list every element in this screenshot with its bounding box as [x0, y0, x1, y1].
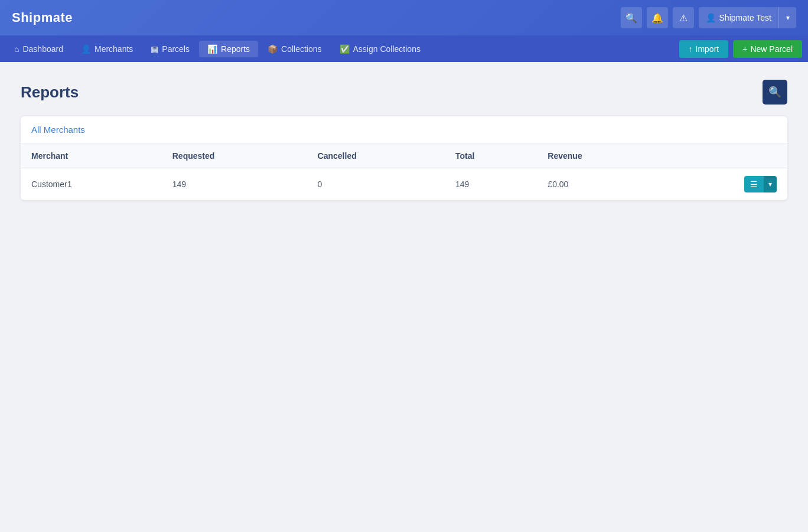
cell-revenue: £0.00 — [537, 168, 664, 201]
nav-actions: ↑ Import + New Parcel — [679, 40, 802, 58]
reports-icon: 📊 — [207, 44, 217, 54]
card-header: All Merchants — [21, 116, 787, 144]
search-icon-button[interactable]: 🔍 — [621, 7, 642, 28]
row-actions-dropdown-button[interactable]: ▾ — [764, 176, 777, 192]
nav-links: ⌂ Dashboard 👤 Merchants ▦ Parcels 📊 Repo… — [6, 41, 429, 57]
row-actions-button[interactable]: ☰ — [744, 176, 764, 192]
table-row: Customer1 149 0 149 £0.00 ☰ ▾ — [21, 168, 787, 201]
table-body: Customer1 149 0 149 £0.00 ☰ ▾ — [21, 168, 787, 201]
brand-title: Shipmate — [12, 10, 73, 25]
parcels-icon: ▦ — [151, 44, 158, 54]
nav-label-dashboard: Dashboard — [22, 44, 63, 54]
nav-link-parcels[interactable]: ▦ Parcels — [142, 41, 198, 57]
list-icon: ☰ — [750, 179, 758, 189]
import-button[interactable]: ↑ Import — [679, 40, 729, 58]
collections-icon: 📦 — [268, 44, 278, 54]
cell-total: 149 — [445, 168, 537, 201]
search-icon: 🔍 — [625, 12, 637, 24]
cell-row-actions: ☰ ▾ — [664, 168, 787, 201]
nav-link-dashboard[interactable]: ⌂ Dashboard — [6, 41, 71, 57]
nav-bar: ⌂ Dashboard 👤 Merchants ▦ Parcels 📊 Repo… — [0, 35, 808, 62]
nav-label-parcels: Parcels — [162, 44, 190, 54]
new-parcel-button[interactable]: + New Parcel — [733, 40, 802, 58]
nav-label-assign-collections: Assign Collections — [353, 44, 421, 54]
col-requested: Requested — [162, 144, 307, 168]
import-icon: ↑ — [689, 44, 693, 54]
nav-link-collections[interactable]: 📦 Collections — [259, 41, 330, 57]
table-head: Merchant Requested Cancelled Total Reven… — [21, 144, 787, 168]
nav-link-merchants[interactable]: 👤 Merchants — [73, 41, 141, 57]
header-actions: 🔍 🔔 ⚠ 👤 Shipmate Test ▾ — [621, 7, 796, 28]
chevron-down-icon: ▾ — [786, 14, 790, 22]
table-header-row: Merchant Requested Cancelled Total Reven… — [21, 144, 787, 168]
main-content: Reports 🔍 All Merchants Merchant Request… — [0, 62, 808, 218]
user-icon: 👤 — [706, 13, 716, 22]
col-cancelled: Cancelled — [307, 144, 445, 168]
col-merchant: Merchant — [21, 144, 162, 168]
row-actions-group: ☰ ▾ — [744, 176, 777, 192]
cell-merchant: Customer1 — [21, 168, 162, 201]
assign-collections-icon: ✅ — [340, 44, 350, 54]
new-parcel-label: New Parcel — [750, 44, 793, 54]
new-parcel-plus-icon: + — [742, 44, 747, 54]
page-header: Reports 🔍 — [21, 80, 787, 105]
user-menu-button[interactable]: 👤 Shipmate Test — [699, 7, 778, 28]
merchants-icon: 👤 — [81, 44, 91, 54]
top-header: Shipmate 🔍 🔔 ⚠ 👤 Shipmate Test ▾ — [0, 0, 808, 35]
cell-cancelled: 0 — [307, 168, 445, 201]
import-label: Import — [696, 44, 719, 54]
notification-icon: 🔔 — [651, 12, 663, 24]
col-actions — [664, 144, 787, 168]
user-menu-group: 👤 Shipmate Test ▾ — [699, 7, 796, 28]
nav-label-reports: Reports — [221, 44, 250, 54]
notification-button[interactable]: 🔔 — [647, 7, 668, 28]
nav-label-collections: Collections — [281, 44, 321, 54]
user-dropdown-button[interactable]: ▾ — [778, 7, 796, 28]
reports-table: Merchant Requested Cancelled Total Reven… — [21, 144, 787, 200]
col-total: Total — [445, 144, 537, 168]
reports-card: All Merchants Merchant Requested Cancell… — [21, 116, 787, 200]
page-title: Reports — [21, 83, 79, 102]
nav-link-reports[interactable]: 📊 Reports — [199, 41, 258, 57]
col-revenue: Revenue — [537, 144, 664, 168]
alert-icon: ⚠ — [679, 12, 688, 24]
card-header-title: All Merchants — [31, 125, 85, 135]
nav-link-assign-collections[interactable]: ✅ Assign Collections — [331, 41, 429, 57]
row-actions-chevron-icon: ▾ — [768, 180, 772, 188]
page-search-icon: 🔍 — [768, 86, 781, 99]
page-search-button[interactable]: 🔍 — [763, 80, 787, 105]
dashboard-icon: ⌂ — [14, 44, 19, 54]
nav-label-merchants: Merchants — [95, 44, 133, 54]
user-name-label: Shipmate Test — [719, 13, 771, 22]
cell-requested: 149 — [162, 168, 307, 201]
alert-button[interactable]: ⚠ — [673, 7, 694, 28]
